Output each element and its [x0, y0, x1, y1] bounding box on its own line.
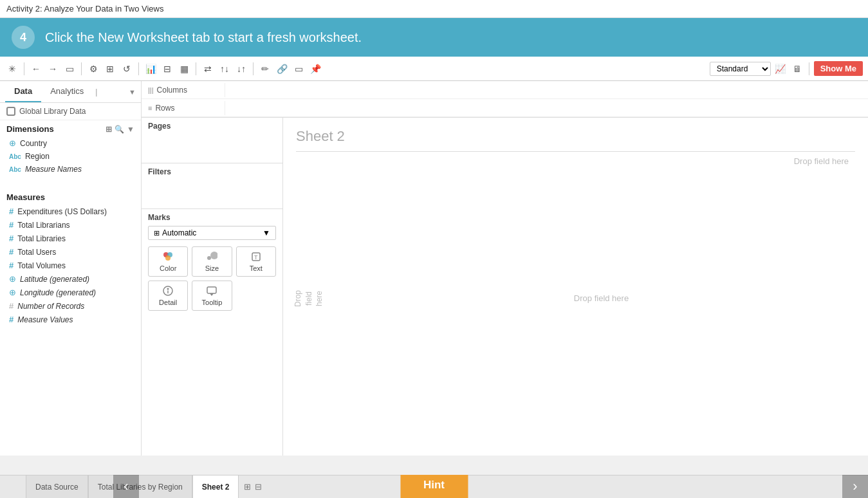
canvas-main: Dropfieldhere Drop field here — [283, 152, 868, 445]
field-label: Total Libraries — [17, 234, 66, 243]
tab-sheet-2[interactable]: Sheet 2 — [192, 475, 239, 498]
add-sheet-icon[interactable]: ⊞ — [244, 482, 251, 492]
duplicate-sheet-icon[interactable]: ⊟ — [255, 482, 262, 492]
shelves-area: ||| Columns ≡ Rows — [142, 81, 868, 118]
tab-total-libraries-by-region[interactable]: Total Libraries by Region — [88, 475, 192, 498]
table-icon[interactable]: ▦ — [177, 62, 191, 76]
drop-zone-center[interactable]: Drop field here — [335, 152, 868, 445]
field-expenditures[interactable]: # Expenditures (US Dollars) — [0, 205, 141, 218]
step-number: 4 — [12, 26, 35, 49]
tab-data-source[interactable]: Data Source — [26, 475, 88, 498]
dropdown-icon[interactable]: ▼ — [127, 125, 134, 134]
field-total-users[interactable]: # Total Users — [0, 245, 141, 259]
field-label: Latitude (generated) — [20, 275, 89, 284]
size-btn-label: Size — [205, 264, 219, 272]
marks-text-btn[interactable]: T Text — [236, 246, 276, 277]
data-source-name: Global Library Data — [19, 107, 86, 116]
field-label: Total Volumes — [17, 261, 66, 270]
field-total-libraries[interactable]: # Total Libraries — [0, 232, 141, 245]
hash-gray-icon: # — [9, 301, 14, 311]
refresh-icon[interactable]: ↺ — [120, 62, 134, 76]
columns-shelf: ||| Columns — [142, 81, 868, 99]
db-icon — [6, 107, 15, 116]
chart-icon[interactable]: 📊 — [143, 62, 158, 76]
nav-left-arrow[interactable]: ‹ — [113, 475, 139, 498]
field-measure-names[interactable]: Abc Measure Names — [0, 163, 141, 176]
svg-marker-11 — [210, 293, 214, 296]
presentation-icon[interactable]: 🖥 — [790, 62, 804, 76]
chart-type-icon[interactable]: 📈 — [773, 62, 788, 76]
svg-point-4 — [210, 252, 217, 259]
field-country[interactable]: ⊕ Country — [0, 136, 141, 150]
field-longitude[interactable]: ⊕ Longitude (generated) — [0, 286, 141, 299]
forward-icon[interactable]: → — [46, 62, 60, 76]
toolbar: ✳ ← → ▭ ⚙ ⊞ ↺ 📊 ⊟ ▦ ⇄ ↑↓ ↓↑ ✏ 🔗 ▭ 📌 Stan… — [0, 57, 868, 81]
svg-point-8 — [167, 288, 169, 290]
hint-button[interactable]: Hint — [400, 475, 468, 498]
instruction-banner: 4 Click the New Worksheet tab to start a… — [0, 18, 868, 57]
toolbar-separator-6 — [809, 62, 809, 75]
pages-content — [148, 133, 276, 159]
tab-bar: ‹ Data Source Total Libraries by Region … — [0, 475, 868, 498]
field-label: Total Librarians — [17, 221, 69, 230]
text-btn-label: Text — [250, 264, 263, 272]
sort-desc-icon[interactable]: ↓↑ — [234, 62, 248, 76]
search-icon[interactable]: 🔍 — [115, 125, 124, 134]
hash-icon: # — [9, 207, 14, 216]
main-area: Data Analytics | ▼ Global Library Data D… — [0, 81, 868, 456]
hash-icon: # — [9, 234, 14, 243]
marks-label: Marks — [148, 213, 276, 222]
drop-zone-top[interactable]: Drop field here — [794, 156, 849, 166]
back-icon[interactable]: ← — [29, 62, 43, 76]
pin-icon[interactable]: 📌 — [308, 62, 322, 76]
toolbar-separator-1 — [24, 62, 24, 75]
nav-right-arrow[interactable]: › — [842, 475, 868, 498]
field-label: Total Users — [17, 248, 56, 257]
rows-shelf: ≡ Rows — [142, 99, 868, 117]
field-number-of-records[interactable]: # Number of Records — [0, 299, 141, 313]
columns-content[interactable] — [225, 82, 868, 98]
field-total-librarians[interactable]: # Total Librarians — [0, 218, 141, 232]
marks-color-btn[interactable]: Color — [148, 246, 188, 277]
marks-type-dropdown[interactable]: ⊞ Automatic ▼ — [148, 226, 276, 240]
field-measure-values[interactable]: # Measure Values — [0, 313, 141, 326]
detail-btn-label: Detail — [159, 299, 177, 306]
new-worksheet-icon[interactable]: ⊞ — [103, 62, 117, 76]
center-area: ||| Columns ≡ Rows Pages — [142, 81, 868, 456]
field-total-volumes[interactable]: # Total Volumes — [0, 259, 141, 272]
marks-dropdown-arrow: ▼ — [263, 228, 270, 237]
globe-icon: ⊕ — [9, 288, 16, 297]
panel-tabs: Data Analytics | ▼ — [0, 81, 141, 103]
marks-size-btn[interactable]: Size — [192, 246, 232, 277]
field-label: Expenditures (US Dollars) — [17, 207, 107, 216]
tableau-logo-icon[interactable]: ✳ — [5, 62, 19, 76]
view-size-select[interactable]: Standard Fit Width Fit Height Entire Vie… — [710, 62, 771, 76]
show-me-button[interactable]: Show Me — [814, 61, 863, 76]
toolbar-separator-2 — [81, 62, 82, 75]
measures-header: Measures — [0, 189, 141, 205]
panel-expand-btn[interactable]: ▼ — [129, 88, 136, 96]
swap-icon[interactable]: ⇄ — [201, 62, 215, 76]
tooltip-icon[interactable]: ▭ — [291, 62, 306, 76]
sort-asc-icon[interactable]: ↑↓ — [217, 62, 232, 76]
grid-icon[interactable]: ⊞ — [106, 125, 112, 134]
link-icon[interactable]: 🔗 — [275, 62, 289, 76]
marks-tooltip-btn[interactable]: Tooltip — [192, 281, 232, 311]
tab-analytics[interactable]: Analytics — [41, 81, 93, 102]
dimensions-label: Dimensions — [6, 124, 54, 134]
marks-detail-btn[interactable]: Detail — [148, 281, 188, 311]
breadcrumb: Activity 2: Analyze Your Data in Two Vie… — [0, 0, 868, 18]
dashboard-icon[interactable]: ⊟ — [160, 62, 174, 76]
pen-icon[interactable]: ✏ — [258, 62, 272, 76]
tab-data[interactable]: Data — [5, 81, 41, 102]
field-latitude[interactable]: ⊕ Latitude (generated) — [0, 272, 141, 286]
toolbar-separator-5 — [253, 62, 254, 75]
mid-area: Pages Filters Marks ⊞ Automatic ▼ — [142, 118, 868, 456]
rows-content[interactable] — [225, 100, 868, 116]
field-region[interactable]: Abc Region — [0, 150, 141, 163]
data-source-icon[interactable]: ⚙ — [86, 62, 100, 76]
svg-text:T: T — [254, 254, 258, 261]
drop-zone-left[interactable]: Dropfieldhere — [283, 152, 335, 445]
field-label: Measure Names — [25, 165, 82, 174]
save-icon[interactable]: ▭ — [62, 62, 77, 76]
